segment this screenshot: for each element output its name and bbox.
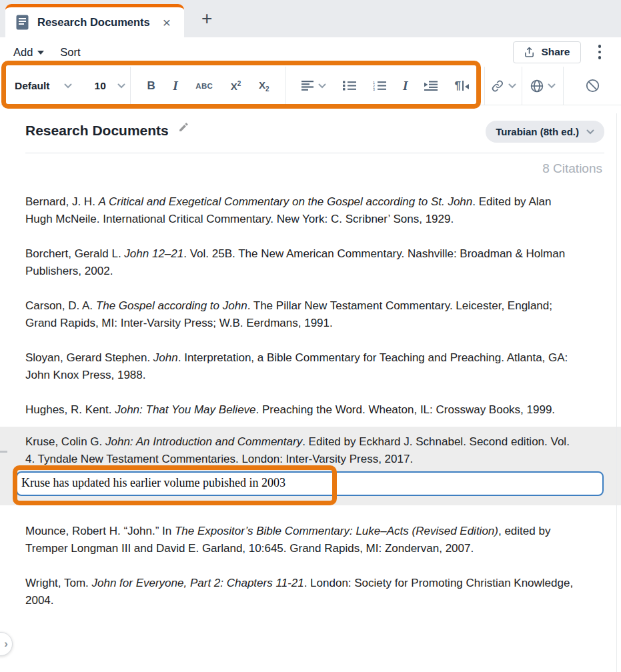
sort-menu-label: Sort (60, 46, 80, 59)
citation[interactable]: Borchert, Gerald L. John 12–21. Vol. 25B… (0, 245, 621, 280)
citation-italic-segment: John (153, 351, 178, 364)
formatting-toolbar: Default 10 B I ABC X2 X2 (0, 67, 621, 105)
citation-style-value: Turabian (8th ed.) (496, 126, 579, 137)
citation[interactable]: Sloyan, Gerard Stephen. John. Interpreta… (0, 349, 621, 384)
citation-text-segment: Carson, D. A. (25, 299, 96, 312)
citation-text-segment: Borchert, Gerald L. (25, 247, 124, 260)
superscript-button[interactable]: X2 (229, 67, 243, 105)
citation[interactable]: Mounce, Robert H. “John.” In The Exposit… (0, 523, 621, 557)
citation-style-select[interactable]: Turabian (8th ed.) (486, 121, 604, 143)
link-icon (491, 79, 504, 93)
panel-resize-notch[interactable] (0, 451, 7, 453)
indent-icon (424, 81, 438, 91)
menu-bar: Add Sort Share (0, 37, 621, 67)
italic-icon: I (173, 79, 177, 93)
note-wrap: Kruse has updated his earlier volume pub… (16, 471, 604, 496)
citation-list: Bernard, J. H. A Critical and Exegetical… (0, 193, 621, 609)
strikethrough-icon: ABC (195, 82, 213, 90)
more-options-kebab-icon[interactable] (592, 42, 608, 62)
numbered-list-icon: 1 2 3 (373, 81, 386, 91)
share-icon (524, 47, 535, 58)
citation-text-segment: Bernard, J. H. (25, 195, 99, 208)
text-direction-icon: ¶ (455, 80, 469, 91)
bullet-list-icon (343, 81, 356, 91)
numbered-list-button[interactable]: 1 2 3 (372, 67, 388, 105)
text-direction-button[interactable]: ¶ (454, 67, 470, 105)
citation-italic-segment: John 12–21 (124, 247, 183, 260)
citation-text-segment: Kruse, Colin G. (25, 435, 105, 448)
page-title: Research Documents (25, 123, 169, 139)
citation-italic-segment: A Critical and Exegetical Commentary on … (99, 195, 473, 208)
emphasis-button[interactable]: I (402, 67, 409, 105)
citation-text-segment: Sloyan, Gerard Stephen. (25, 351, 153, 364)
superscript-icon: X2 (231, 80, 241, 92)
edit-title-pencil-icon[interactable] (178, 121, 189, 133)
citation-italic-segment: John: That You May Believe (115, 403, 255, 416)
language-select[interactable] (529, 67, 557, 105)
clear-formatting-button[interactable] (584, 67, 601, 105)
link-select[interactable] (490, 67, 518, 105)
bullet-list-button[interactable] (342, 67, 358, 105)
chevron-down-icon (548, 83, 556, 89)
chevron-down-icon (117, 83, 125, 89)
chevron-down-icon (586, 129, 594, 135)
bold-icon: B (147, 79, 155, 93)
citation[interactable]: Carson, D. A. The Gospel according to Jo… (0, 297, 621, 332)
tab-research-documents[interactable]: Research Documents × (5, 4, 184, 37)
document-icon (16, 15, 29, 30)
citation-text-segment: Hughes, R. Kent. (25, 403, 115, 416)
share-button-label: Share (541, 46, 570, 58)
tab-bar: Research Documents × + (0, 0, 621, 37)
caret-down-icon (37, 51, 44, 55)
citation-note-input[interactable]: Kruse has updated his earlier volume pub… (16, 471, 604, 496)
citation[interactable]: Hughes, R. Kent. John: That You May Beli… (0, 401, 621, 419)
new-tab-button[interactable]: + (197, 9, 216, 28)
text-align-select[interactable] (300, 67, 328, 105)
globe-icon (530, 79, 544, 93)
citation-italic-segment: John: An Introduction and Commentary (105, 435, 302, 448)
font-size-value: 10 (95, 80, 106, 92)
citation-text-segment: Wright, Tom. (25, 577, 92, 589)
share-button[interactable]: Share (513, 41, 580, 63)
citation-italic-segment: John for Everyone, Part 2: Chapters 11-2… (92, 577, 304, 589)
expand-sidebar-button[interactable]: › (0, 632, 13, 656)
emphasis-italic-icon: I (403, 79, 408, 93)
citation-text-segment: . Preaching the Word. Wheaton, IL: Cross… (256, 403, 556, 416)
citation-text-segment: Mounce, Robert H. “John.” In (25, 525, 175, 537)
close-tab-icon[interactable]: × (160, 14, 173, 31)
italic-button[interactable]: I (171, 67, 179, 105)
strikethrough-button[interactable]: ABC (194, 67, 214, 105)
sort-menu[interactable]: Sort (60, 46, 80, 59)
align-left-icon (301, 81, 314, 91)
pane-right-rule (616, 113, 617, 672)
citation-count: 8 Citations (0, 161, 621, 176)
paragraph-style-value: Default (15, 80, 50, 92)
ban-circle-icon (586, 79, 600, 93)
citation[interactable]: Wright, Tom. John for Everyone, Part 2: … (0, 575, 621, 609)
add-menu[interactable]: Add (13, 46, 44, 59)
citation[interactable]: Kruse, Colin G. John: An Introduction an… (0, 433, 621, 468)
tab-title: Research Documents (37, 16, 150, 29)
citation-italic-segment: The Expositor’s Bible Commentary: Luke–A… (175, 525, 498, 537)
bold-button[interactable]: B (146, 67, 157, 105)
font-size-select[interactable]: 10 (72, 67, 125, 105)
citation[interactable]: Bernard, J. H. A Critical and Exegetical… (0, 193, 621, 228)
document-header: Research Documents Turabian (8th ed.) (0, 105, 621, 143)
chevron-down-icon (508, 83, 516, 89)
add-menu-label: Add (13, 46, 33, 59)
title-divider (25, 153, 604, 153)
indent-button[interactable] (423, 67, 439, 105)
citation-italic-segment: The Gospel according to John (96, 299, 247, 312)
subscript-button[interactable]: X2 (257, 67, 271, 105)
paragraph-style-select[interactable]: Default (0, 67, 72, 105)
svg-text:3: 3 (373, 87, 375, 91)
subscript-icon: X2 (259, 79, 269, 93)
chevron-down-icon (64, 83, 72, 89)
selected-citation-block: Kruse, Colin G. John: An Introduction an… (0, 427, 621, 505)
chevron-down-icon (318, 83, 326, 89)
